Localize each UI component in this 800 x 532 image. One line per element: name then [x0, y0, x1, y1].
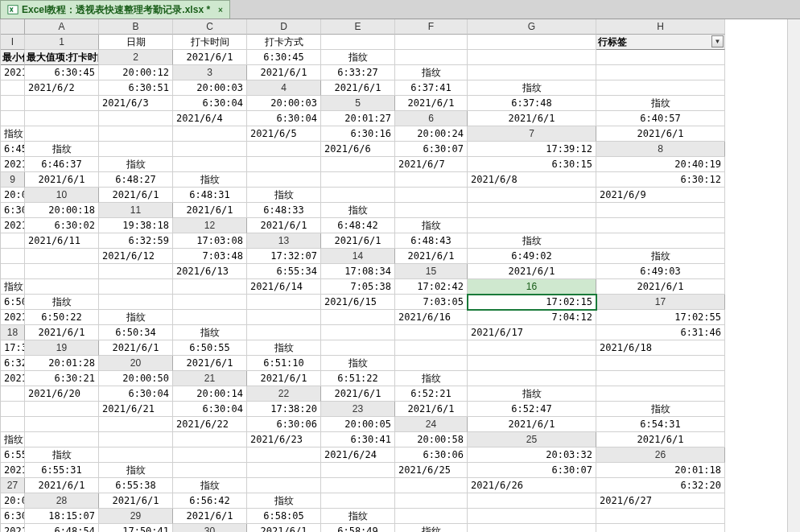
cell[interactable]: 6:49:02 [468, 249, 596, 264]
cell[interactable] [596, 356, 725, 371]
row-header[interactable]: 13 [247, 233, 321, 249]
cell[interactable]: 17:03:08 [173, 233, 247, 249]
cell[interactable] [468, 35, 596, 50]
cell[interactable]: 2021/6/1 [468, 111, 596, 126]
cell[interactable] [25, 126, 99, 142]
cell[interactable]: 7:03:48 [173, 249, 247, 264]
cell[interactable] [247, 478, 321, 493]
row-header[interactable]: 7 [468, 126, 596, 142]
cell[interactable]: 6:40:57 [596, 111, 725, 126]
cell[interactable] [395, 50, 468, 65]
cell[interactable] [596, 50, 725, 65]
cell[interactable]: 2021/6/19 [1, 371, 25, 386]
cell[interactable]: 2021/6/3 [99, 96, 173, 111]
cell[interactable]: 行标签▼ [596, 35, 725, 50]
cell[interactable]: 17:37:56 [1, 340, 25, 356]
cell[interactable]: 2021/6/1 [395, 249, 468, 264]
cell[interactable]: 6:30:16 [321, 126, 395, 142]
cell[interactable]: 2021/6/18 [596, 340, 725, 356]
cell[interactable]: 17:38:20 [247, 402, 321, 417]
col-header-C[interactable]: C [173, 19, 247, 35]
cell[interactable]: 6:48:27 [99, 172, 173, 188]
cell[interactable]: 6:50:55 [173, 340, 247, 356]
cell[interactable]: 打卡时间 [173, 35, 247, 50]
cell[interactable] [247, 310, 321, 325]
cell[interactable]: 2021/6/1 [173, 203, 247, 218]
row-header[interactable]: 18 [1, 325, 25, 340]
cell[interactable] [468, 493, 596, 509]
cell[interactable]: 指纹 [321, 203, 395, 218]
row-header[interactable]: 20 [99, 356, 173, 371]
cell[interactable]: 19:38:18 [99, 218, 173, 233]
cell[interactable]: 最小值项:打卡时间 [1, 50, 25, 65]
cell[interactable] [321, 172, 395, 188]
cell[interactable] [247, 157, 321, 172]
cell[interactable]: 20:00:05 [321, 417, 395, 432]
cell[interactable]: 2021/6/1 [321, 80, 395, 96]
cell[interactable] [247, 447, 321, 463]
cell[interactable]: 17:02:15 [468, 295, 596, 310]
cell[interactable] [468, 203, 596, 218]
cell[interactable]: 17:02:55 [596, 310, 725, 325]
filter-dropdown-icon[interactable]: ▼ [711, 35, 724, 47]
cell[interactable]: 20:00:03 [247, 96, 321, 111]
cell[interactable] [468, 509, 596, 524]
cell[interactable]: 6:32:20 [596, 478, 725, 493]
cell[interactable]: 2021/6/1 [321, 386, 395, 402]
cell[interactable] [173, 463, 247, 478]
cell[interactable]: 6:30:04 [247, 111, 321, 126]
cell[interactable] [1, 80, 25, 96]
cell[interactable]: 2021/6/1 [173, 356, 247, 371]
cell[interactable]: 指纹 [1, 126, 25, 142]
cell[interactable]: 17:32:07 [247, 249, 321, 264]
col-header-D[interactable]: D [247, 19, 321, 35]
cell[interactable]: 指纹 [99, 463, 173, 478]
cell[interactable] [173, 295, 247, 310]
cell[interactable]: 指纹 [596, 402, 725, 417]
cell[interactable]: 6:37:41 [395, 80, 468, 96]
cell[interactable] [99, 142, 173, 157]
cell[interactable]: 6:30:07 [395, 142, 468, 157]
cell[interactable] [395, 188, 468, 203]
cell[interactable] [596, 218, 725, 233]
cell[interactable] [395, 172, 468, 188]
cell[interactable]: 6:30:45 [25, 65, 99, 80]
cell[interactable]: 6:30:21 [25, 371, 99, 386]
cell[interactable] [99, 126, 173, 142]
spreadsheet-grid[interactable]: ABCDEFGHI1日期打卡时间打卡方式行标签▼最小值项:打卡时间最大值项:打卡… [0, 19, 800, 532]
cell[interactable]: 20:40:19 [596, 157, 725, 172]
cell[interactable] [468, 65, 596, 80]
cell[interactable]: 20:00:14 [173, 386, 247, 402]
cell[interactable] [173, 279, 247, 295]
cell[interactable] [99, 279, 173, 295]
cell[interactable] [596, 203, 725, 218]
cell[interactable] [468, 340, 596, 356]
cell[interactable]: 指纹 [596, 249, 725, 264]
cell[interactable] [247, 142, 321, 157]
cell[interactable] [173, 310, 247, 325]
row-header[interactable]: 17 [596, 295, 725, 310]
cell[interactable]: 2021/6/4 [173, 111, 247, 126]
cell[interactable]: 日期 [99, 35, 173, 50]
cell[interactable]: 2021/6/20 [25, 386, 99, 402]
cell[interactable] [321, 463, 395, 478]
cell[interactable] [173, 126, 247, 142]
cell[interactable] [1, 249, 25, 264]
cell[interactable]: 2021/6/1 [468, 264, 596, 279]
cell[interactable]: 打卡方式 [247, 35, 321, 50]
cell[interactable]: 指纹 [395, 524, 468, 532]
cell[interactable] [596, 371, 725, 386]
cell[interactable]: 指纹 [468, 80, 596, 96]
cell[interactable] [596, 65, 725, 80]
cell[interactable] [25, 111, 99, 126]
cell[interactable]: 2021/6/1 [25, 478, 99, 493]
cell[interactable]: 2021/6/2 [25, 80, 99, 96]
cell[interactable] [321, 493, 395, 509]
col-header-G[interactable]: G [468, 19, 596, 35]
cell[interactable]: 2021/6/10 [1, 218, 25, 233]
cell[interactable]: 6:54:31 [596, 417, 725, 432]
row-header[interactable]: 8 [596, 142, 725, 157]
row-header[interactable]: 29 [99, 509, 173, 524]
cell[interactable]: 2021/6/1 [1, 310, 25, 325]
cell[interactable] [247, 325, 321, 340]
